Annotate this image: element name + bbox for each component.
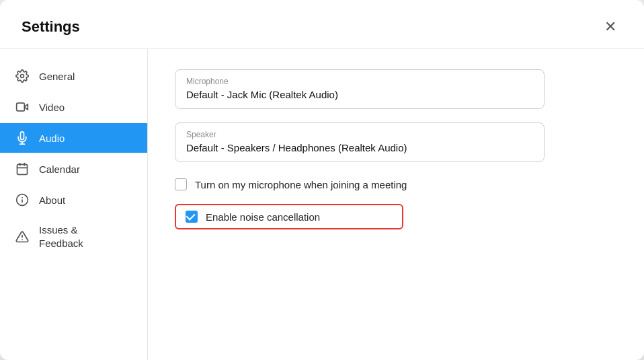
sidebar-item-about-label: About [39,194,65,206]
sidebar-item-general[interactable]: General [0,61,147,91]
microphone-value: Default - Jack Mic (Realtek Audio) [186,89,533,100]
microphone-field-group: Microphone Default - Jack Mic (Realtek A… [175,69,545,109]
audio-settings-content: Microphone Default - Jack Mic (Realtek A… [148,49,644,360]
close-button[interactable]: ✕ [598,15,622,39]
microphone-join-checkbox[interactable] [175,178,187,190]
calendar-icon [15,161,30,176]
sidebar-item-audio-label: Audio [39,133,65,144]
sidebar-item-calendar[interactable]: Calendar [0,154,147,184]
settings-dialog: Settings ✕ General [0,0,644,360]
speaker-value: Default - Speakers / Headphones (Realtek… [186,142,533,153]
sidebar-item-calendar-label: Calendar [39,164,80,175]
microphone-join-label: Turn on my microphone when joining a mee… [195,179,407,190]
microphone-join-row[interactable]: Turn on my microphone when joining a mee… [175,178,617,190]
noise-cancellation-label: Enable noise cancellation [206,211,320,223]
dialog-body: General Video [0,49,644,360]
dialog-header: Settings ✕ [0,0,644,49]
info-icon [15,192,30,207]
svg-point-0 [21,75,24,78]
svg-rect-5 [17,164,28,174]
dialog-title: Settings [22,18,80,36]
noise-cancellation-checkbox[interactable] [186,211,198,223]
mic-icon [15,131,30,145]
gear-icon [15,69,30,83]
sidebar-item-general-label: General [39,71,75,82]
warning-icon [15,229,30,244]
sidebar-item-video-label: Video [39,102,65,113]
sidebar-item-about[interactable]: About [0,185,147,215]
svg-rect-1 [17,103,25,111]
speaker-field-group: Speaker Default - Speakers / Headphones … [175,122,545,162]
speaker-label: Speaker [186,130,533,139]
sidebar-item-audio[interactable]: Audio [0,123,147,153]
sidebar: General Video [0,49,148,360]
noise-cancellation-row[interactable]: Enable noise cancellation [175,204,403,229]
sidebar-item-issues-label: Issues &Feedback [39,223,83,250]
video-icon [15,100,30,114]
sidebar-item-issues[interactable]: Issues &Feedback [0,216,147,257]
microphone-label: Microphone [186,77,533,86]
sidebar-item-video[interactable]: Video [0,92,147,122]
